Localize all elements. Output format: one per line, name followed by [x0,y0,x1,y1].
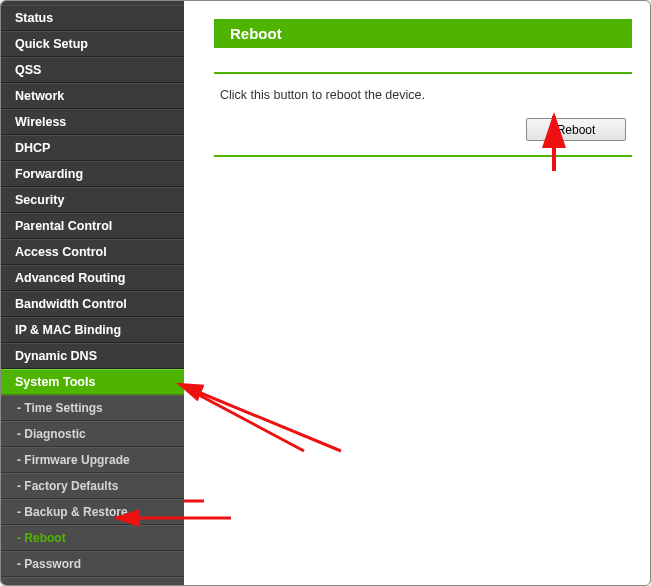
page-description: Click this button to reboot the device. [214,74,632,116]
button-row: Reboot [214,116,632,155]
sidebar-subitem-password[interactable]: - Password [1,551,184,577]
sidebar-subitem-factory-defaults[interactable]: - Factory Defaults [1,473,184,499]
sidebar-subitem-time-settings[interactable]: - Time Settings [1,395,184,421]
sidebar-item-network[interactable]: Network [1,83,184,109]
sidebar-item-system-tools[interactable]: System Tools [1,369,184,395]
sidebar-item-dhcp[interactable]: DHCP [1,135,184,161]
reboot-button[interactable]: Reboot [526,118,626,141]
sidebar-item-wireless[interactable]: Wireless [1,109,184,135]
sidebar-subitem-reboot[interactable]: - Reboot [1,525,184,551]
sidebar-subitem-system-log[interactable]: - System Log [1,577,184,585]
sidebar-item-quick-setup[interactable]: Quick Setup [1,31,184,57]
separator-bottom [214,155,632,157]
sidebar: StatusQuick SetupQSSNetworkWirelessDHCPF… [1,1,184,585]
sidebar-item-advanced-routing[interactable]: Advanced Routing [1,265,184,291]
page-title: Reboot [214,19,632,48]
sidebar-item-forwarding[interactable]: Forwarding [1,161,184,187]
sidebar-item-bandwidth-control[interactable]: Bandwidth Control [1,291,184,317]
sidebar-item-status[interactable]: Status [1,5,184,31]
sidebar-subitem-firmware-upgrade[interactable]: - Firmware Upgrade [1,447,184,473]
sidebar-item-parental-control[interactable]: Parental Control [1,213,184,239]
sidebar-subitem-backup-restore[interactable]: - Backup & Restore [1,499,184,525]
svg-line-1 [184,371,304,451]
sidebar-item-security[interactable]: Security [1,187,184,213]
sidebar-item-qss[interactable]: QSS [1,57,184,83]
main-content: Reboot Click this button to reboot the d… [184,1,650,585]
sidebar-subitem-diagnostic[interactable]: - Diagnostic [1,421,184,447]
sidebar-item-ip-mac-binding[interactable]: IP & MAC Binding [1,317,184,343]
sidebar-item-access-control[interactable]: Access Control [1,239,184,265]
sidebar-item-dynamic-dns[interactable]: Dynamic DNS [1,343,184,369]
app-window: StatusQuick SetupQSSNetworkWirelessDHCPF… [0,0,651,586]
